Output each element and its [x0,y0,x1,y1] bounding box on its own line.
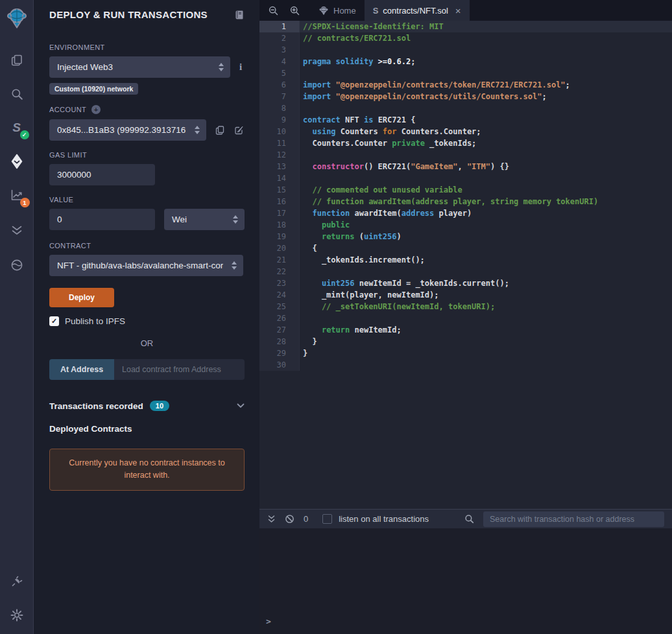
gas-limit-input[interactable]: 3000000 [49,164,155,185]
terminal-search-icon [464,514,474,524]
transactions-count-badge: 10 [150,401,169,411]
code-line[interactable]: 18 public [259,219,672,231]
code-lines: 1//SPDX-License-Identifier: MIT2// contr… [259,21,672,371]
account-select[interactable]: 0x845...B1aB3 (999992.3913716 [49,119,206,141]
deploy-and-run-icon[interactable] [7,152,27,171]
environment-select[interactable]: Injected Web3 [49,56,230,78]
unit-testing-icon[interactable] [7,220,27,240]
code-line[interactable]: 8 [259,102,672,114]
at-address-input[interactable] [114,359,245,380]
panel-title: DEPLOY & RUN TRANSACTIONS [49,9,208,20]
add-account-icon[interactable]: + [91,105,101,114]
file-explorer-icon[interactable] [7,51,27,70]
at-address-button[interactable]: At Address [49,359,114,380]
listen-transactions-label: listen on all transactions [339,514,429,524]
edit-account-icon[interactable] [234,124,245,135]
code-line[interactable]: 12 [259,149,672,161]
code-line[interactable]: 3 [259,44,672,56]
pending-tx-count: 0 [304,514,308,524]
plugin-manager-icon[interactable] [7,572,27,591]
gas-limit-label: GAS LIMIT [49,151,245,159]
publish-ipfs-checkbox[interactable]: ✓ [49,316,59,326]
select-spinner-icon [195,126,200,134]
code-line[interactable]: 14 [259,172,672,184]
code-line[interactable]: 28 } [259,336,672,347]
close-tab-icon[interactable]: × [455,6,461,16]
value-unit-select[interactable]: Wei [164,209,245,230]
solidity-compiler-icon[interactable]: S ✓ [7,118,27,137]
environment-info-icon[interactable]: i [239,62,242,73]
clear-console-icon[interactable] [285,514,294,524]
code-line[interactable]: 26 [259,312,672,324]
terminal-output[interactable]: > [259,528,672,634]
deploy-button[interactable]: Deploy [49,288,114,307]
search-icon[interactable] [7,84,27,104]
docs-book-icon[interactable] [234,10,245,20]
select-spinner-icon [232,261,237,270]
code-line[interactable]: 20 { [259,242,672,254]
code-line[interactable]: 21 _tokenIds.increment(); [259,254,672,266]
deployed-contracts-label: Deployed Contracts [49,424,245,434]
plugin-icon[interactable] [7,255,27,275]
or-divider: OR [49,338,245,348]
tab-home[interactable]: Home [310,0,365,21]
transactions-recorded-label: Transactions recorded [49,401,143,411]
code-line[interactable]: 19 returns (uint256) [259,231,672,242]
code-line[interactable]: 24 _mint(player, newItemId); [259,289,672,301]
code-line[interactable]: 2// contracts/ERC721.sol [259,32,672,44]
contract-select[interactable]: NFT - github/ava-labs/avalanche-smart-co… [49,255,243,276]
code-line[interactable]: 25 // _setTokenURI(newItemId, tokenURI); [259,301,672,312]
publish-ipfs-label: Publish to IPFS [65,316,125,326]
code-line[interactable]: 16 // function awardItem(address player,… [259,196,672,207]
chevron-down-icon[interactable] [237,403,245,408]
copy-account-icon[interactable] [215,125,225,135]
code-line[interactable]: 15 // commented out unused variable [259,184,672,196]
deploy-run-panel: DEPLOY & RUN TRANSACTIONS ENVIRONMENT In… [34,0,259,634]
contract-label: CONTRACT [49,242,245,250]
value-label: VALUE [49,196,245,204]
editor-area: Home S contracts/NFT.sol × 1//SPDX-Licen… [259,0,672,634]
code-line[interactable]: 5 [259,67,672,79]
select-spinner-icon [219,63,224,71]
remix-logo-icon [318,5,329,16]
tab-bar: Home S contracts/NFT.sol × [259,0,672,21]
no-instances-message: Currently you have no contract instances… [49,449,245,491]
icon-sidebar: S ✓ 1 [0,0,34,634]
terminal-toolbar: 0 listen on all transactions [259,509,672,528]
code-line[interactable]: 22 [259,266,672,277]
zoom-in-icon[interactable] [287,3,302,18]
analysis-count-badge: 1 [20,198,30,207]
code-line[interactable]: 23 uint256 newItemId = _tokenIds.current… [259,277,672,289]
zoom-out-icon[interactable] [265,3,281,18]
code-line[interactable]: 27 return newItemId; [259,324,672,336]
code-line[interactable]: 10 using Counters for Counters.Counter; [259,126,672,137]
code-line[interactable]: 17 function awardItem(address player) [259,207,672,219]
remix-logo-icon[interactable] [5,5,29,31]
code-line[interactable]: 9contract NFT is ERC721 { [259,114,672,126]
analysis-icon[interactable]: 1 [7,185,27,205]
code-line[interactable]: 11 Counters.Counter private _tokenIds; [259,137,672,149]
code-line[interactable]: 7import "@openzeppelin/contracts/utils/C… [259,91,672,102]
code-line[interactable]: 6import "@openzeppelin/contracts/token/E… [259,79,672,91]
listen-transactions-checkbox[interactable] [322,514,332,524]
account-label: ACCOUNT [49,106,86,113]
solidity-icon: S [373,6,379,16]
code-line[interactable]: 4pragma solidity >=0.6.2; [259,56,672,67]
code-line[interactable]: 1//SPDX-License-Identifier: MIT [259,21,672,32]
expand-terminal-icon[interactable] [267,515,276,524]
value-input[interactable]: 0 [49,209,155,230]
code-line[interactable]: 13 constructor() ERC721("GameItem", "ITM… [259,161,672,172]
network-badge: Custom (10920) network [49,83,138,95]
terminal-prompt: > [266,616,271,626]
environment-label: ENVIRONMENT [49,43,245,51]
code-line[interactable]: 29} [259,347,672,359]
terminal-search-input[interactable] [483,511,664,527]
select-spinner-icon [233,215,238,224]
tab-nft-sol[interactable]: S contracts/NFT.sol × [365,0,470,21]
code-line[interactable]: 30 [259,359,672,371]
code-editor[interactable]: 1//SPDX-License-Identifier: MIT2// contr… [259,21,672,509]
compile-success-badge: ✓ [20,130,29,139]
settings-icon[interactable] [7,605,27,625]
